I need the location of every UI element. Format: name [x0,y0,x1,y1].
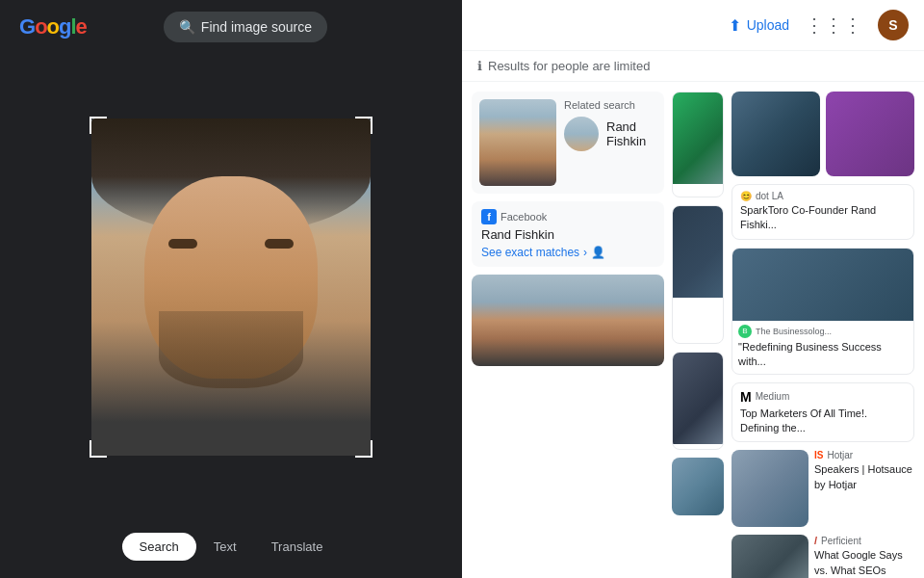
related-person-name: Rand Fishkin [606,119,656,148]
info-icon: ℹ [477,59,482,73]
find-source-label: Find image source [201,19,312,35]
right-image-1[interactable] [732,92,820,176]
results-col-left: Related search Rand Fishkin f Facebook [472,92,664,578]
hotjar-source: IS Hotjar [814,450,914,460]
perficient-icon: / [814,535,817,546]
find-source-button[interactable]: 🔍 Find image source [164,12,327,42]
middle-card-lsm[interactable]: L Life Self Mastery Ep 65: How to bootst… [672,92,724,197]
results-grid: Related search Rand Fishkin f Facebook [462,82,924,578]
upload-icon: ⬆ [729,16,741,35]
left-top-bar: Google 🔍 Find image source [0,0,462,54]
businessolog-title: "Redefining Business Success with... [738,340,908,370]
upload-button[interactable]: ⬆ Upload [729,16,789,35]
perficient-source: / Perficient [814,535,914,546]
right-top-image-pair [732,92,914,176]
businessolog-info: B The Businessolog... "Redefining Busine… [732,321,913,374]
results-limited-bar: ℹ Results for people are limited [462,51,924,82]
leadpages-thumbnail [673,353,724,444]
facebook-source: f Facebook [481,209,654,224]
perficient-img-placeholder [732,535,808,578]
exact-matches-link[interactable]: See exact matches › 👤 [481,246,654,259]
right-image-2[interactable] [826,92,914,176]
avatar[interactable]: S [878,10,909,40]
businessolog-image[interactable]: B The Businessolog... "Redefining Busine… [732,248,914,375]
results-limited-text: Results for people are limited [488,59,650,73]
tab-search[interactable]: Search [122,533,196,561]
hotjar-row: IS Hotjar Speakers | Hotsauce by Hotjar [732,450,914,527]
google-logo: Google [19,14,87,39]
dotla-source: 😊 dot LA [740,191,906,201]
right-card-medium[interactable]: M Medium Top Marketers Of All Time!. Def… [732,382,914,443]
tab-text[interactable]: Text [196,533,254,561]
businessolog-source: B The Businessolog... [738,325,908,338]
right-panel: ⬆ Upload ⋮⋮⋮ S ℹ Results for people are … [462,0,924,578]
left-panel: Google 🔍 Find image source [0,0,462,578]
corner-handle-tl [90,117,107,134]
results-col-middle: L Life Self Mastery Ep 65: How to bootst… [672,92,724,578]
businessolog-row: B The Businessolog... "Redefining Busine… [732,248,914,375]
person-name-facebook: Rand Fishkin [481,227,654,242]
hotjar-image[interactable] [732,450,808,527]
person-icon: 👤 [591,246,605,259]
related-search-thumbnail [479,99,556,186]
related-search-card[interactable]: Related search Rand Fishkin [472,92,664,194]
middle-bottom-image[interactable] [672,458,724,515]
bottom-left-image[interactable] [472,275,664,366]
hotjar-title: Speakers | Hotsauce by Hotjar [814,462,914,492]
grid-icon[interactable]: ⋮⋮⋮ [805,13,862,37]
medium-title: Top Marketers Of All Time!. Defining the… [740,407,906,436]
hotjar-info: IS Hotjar Speakers | Hotsauce by Hotjar [814,450,914,527]
lens-icon: 🔍 [179,19,195,35]
businessolog-icon: B [738,325,752,338]
uploaded-photo [91,118,371,456]
corner-handle-bl [90,440,107,458]
bottom-tabs: Search Text Translate [122,519,341,578]
related-search-info: Related search Rand Fishkin [564,99,656,151]
businessolog-img-placeholder [732,249,913,321]
perficient-info: / Perficient What Google Says vs. What S… [814,535,914,578]
dotla-title: SparkToro Co-Founder Rand Fishki... [740,203,906,233]
wpmu-thumbnail [673,206,724,298]
dotla-icon: 😊 [740,191,752,201]
hotjar-icon: IS [814,450,823,460]
middle-card-wpmu[interactable]: W WPMU DEV Top SEO Experts to You Need t… [672,205,724,344]
corner-handle-tr [355,117,372,134]
results-col-right: 😊 dot LA SparkToro Co-Founder Rand Fishk… [732,92,914,578]
related-person-row: Rand Fishkin [564,117,656,151]
lsm-thumbnail [673,92,724,184]
related-person-avatar [564,117,599,151]
middle-card-leadpages[interactable]: L Leadpages The Lead Generation Podcast … [672,352,724,450]
perficient-image[interactable] [732,535,808,578]
image-frame [91,118,371,456]
chevron-right-icon: › [583,246,587,259]
facebook-card[interactable]: f Facebook Rand Fishkin See exact matche… [472,201,664,267]
right-card-dotla[interactable]: 😊 dot LA SparkToro Co-Founder Rand Fishk… [732,184,914,240]
perficient-title: What Google Says vs. What SEOs Believe, … [814,548,914,578]
right-img-placeholder-2 [826,92,914,176]
perficient-row: / Perficient What Google Says vs. What S… [732,535,914,578]
corner-handle-br [355,440,372,458]
right-top-bar: ⬆ Upload ⋮⋮⋮ S [462,0,924,51]
hotjar-img-placeholder [732,450,808,527]
medium-source: M Medium [740,389,906,405]
facebook-icon: f [481,209,497,224]
tab-translate[interactable]: Translate [254,533,341,561]
related-search-label: Related search [564,99,656,111]
upload-label: Upload [747,17,789,33]
image-container [0,54,462,519]
medium-icon: M [740,389,752,405]
right-img-placeholder-1 [732,92,820,176]
